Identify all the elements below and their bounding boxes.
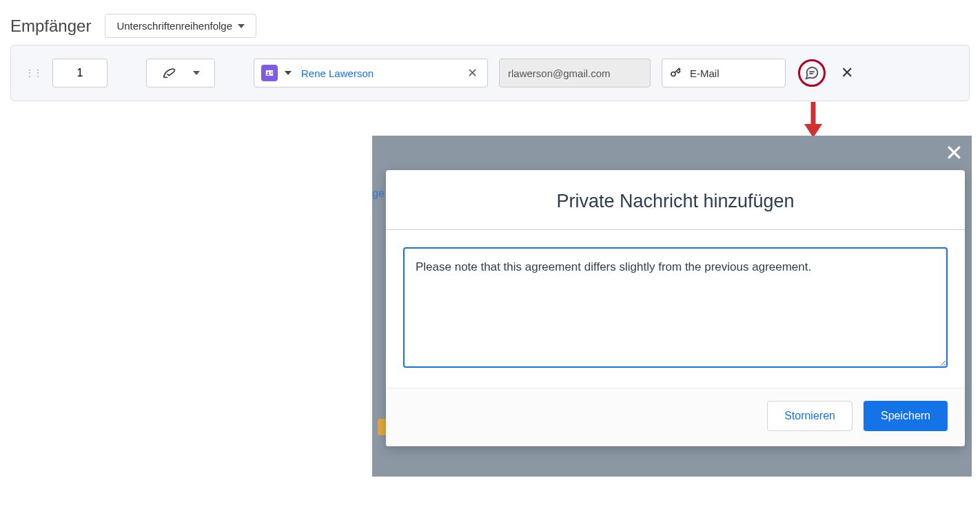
svg-rect-2 bbox=[271, 72, 273, 72]
order-input[interactable] bbox=[52, 59, 108, 87]
modal-footer: Stornieren Speichern bbox=[386, 388, 965, 446]
pen-icon bbox=[162, 65, 177, 81]
svg-point-1 bbox=[267, 72, 269, 74]
section-title: Empfänger bbox=[10, 17, 91, 36]
recipient-name: Rene Lawerson bbox=[301, 67, 458, 79]
caret-down-icon bbox=[238, 24, 245, 28]
private-message-modal: Private Nachricht hinzufügen Stornieren … bbox=[386, 170, 965, 446]
recipient-email: rlawerson@gmail.com bbox=[508, 67, 611, 79]
recipient-row: ⋮⋮ Rene Lawerson ✕ rlawerson@gmail.com bbox=[25, 58, 955, 88]
arrow-indicator-icon bbox=[799, 102, 827, 140]
save-button[interactable]: Speichern bbox=[864, 401, 948, 431]
svg-point-4 bbox=[671, 72, 675, 76]
private-message-button[interactable] bbox=[797, 58, 827, 88]
contact-badge-icon bbox=[261, 65, 278, 81]
private-message-textarea[interactable] bbox=[403, 247, 948, 368]
modal-backdrop: ge ✕ Private Nachricht hinzufügen Storni… bbox=[372, 136, 972, 477]
modal-title: Private Nachricht hinzufügen bbox=[400, 191, 951, 212]
clear-name-icon[interactable]: ✕ bbox=[465, 65, 480, 81]
verify-method-select[interactable]: E-Mail bbox=[662, 59, 786, 87]
modal-body bbox=[386, 230, 965, 388]
remove-recipient-icon[interactable]: ✕ bbox=[838, 65, 856, 81]
signature-order-button[interactable]: Unterschriftenreihenfolge bbox=[105, 14, 256, 38]
cancel-button[interactable]: Stornieren bbox=[767, 401, 853, 431]
recipient-row-container: ⋮⋮ Rene Lawerson ✕ rlawerson@gmail.com bbox=[10, 45, 970, 101]
caret-down-icon bbox=[193, 71, 200, 75]
svg-rect-3 bbox=[271, 73, 273, 74]
recipient-email-field: rlawerson@gmail.com bbox=[499, 59, 651, 87]
caret-down-icon bbox=[285, 71, 292, 75]
key-icon bbox=[669, 67, 682, 79]
modal-header: Private Nachricht hinzufügen bbox=[386, 170, 965, 230]
recipient-name-field[interactable]: Rene Lawerson ✕ bbox=[254, 59, 488, 87]
speech-bubble-icon bbox=[804, 65, 819, 81]
drag-handle-icon[interactable]: ⋮⋮ bbox=[25, 67, 41, 79]
close-modal-icon[interactable]: ✕ bbox=[945, 140, 963, 166]
role-select[interactable] bbox=[146, 59, 215, 87]
verify-method-label: E-Mail bbox=[690, 67, 719, 79]
signature-order-label: Unterschriftenreihenfolge bbox=[116, 20, 232, 32]
